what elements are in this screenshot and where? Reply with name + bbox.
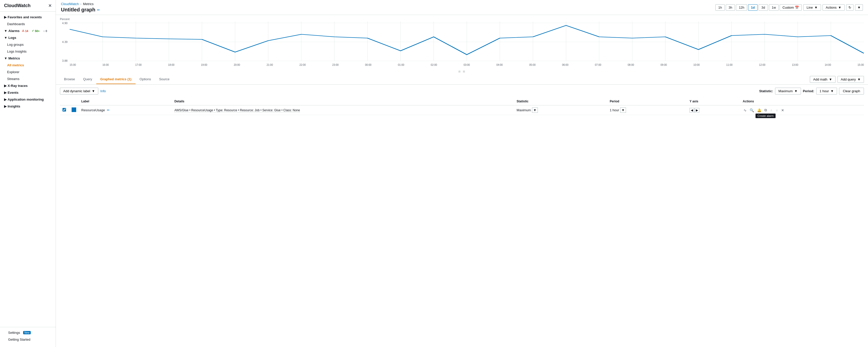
row-checkbox-cell bbox=[60, 106, 69, 115]
x-label-15: 06:00 bbox=[562, 63, 568, 66]
sidebar: CloudWatch ✕ ▶ Favorites and recents Das… bbox=[0, 0, 56, 347]
period-dropdown-icon[interactable]: ▼ bbox=[620, 108, 626, 113]
table-body: ResourceUsage ✏ AWS/Glue • ResourceUsage… bbox=[60, 106, 864, 115]
row-actions-cell: ∿ 🔍 🔔 ⧉ ∧ ∨ ✕ Create alarm bbox=[740, 106, 864, 115]
yaxis-left-arrow[interactable]: ◀ bbox=[689, 108, 694, 113]
time-controls: 1h 3h 12h 1d 3d 1w Custom 📅 bbox=[715, 4, 802, 11]
more-options-button[interactable]: ▼ bbox=[855, 4, 863, 11]
x-label-19: 10:00 bbox=[693, 63, 700, 66]
time-btn-12h[interactable]: 12h bbox=[736, 4, 747, 11]
yaxis-right-arrow[interactable]: ▶ bbox=[694, 108, 700, 113]
actions-button[interactable]: Actions ▼ bbox=[823, 4, 845, 11]
chevron-right-icon: ▶ bbox=[4, 15, 7, 19]
sidebar-item-settings[interactable]: Settings New bbox=[4, 329, 52, 336]
info-link[interactable]: Info bbox=[100, 89, 106, 93]
sidebar-header: CloudWatch ✕ bbox=[0, 0, 56, 12]
statistic-select[interactable]: Maximum ▼ bbox=[775, 88, 801, 94]
alarm-badge-warning: ⚠ 14 bbox=[21, 29, 29, 33]
search-icon[interactable]: 🔍 bbox=[749, 108, 755, 113]
toolbar-right: Statistic: Maximum ▼ Period: 1 hour ▼ Cl… bbox=[759, 88, 864, 94]
resize-handle[interactable]: = = bbox=[56, 69, 868, 75]
tab-options[interactable]: Options bbox=[135, 75, 155, 84]
time-btn-1h[interactable]: 1h bbox=[715, 4, 724, 11]
x-label-13: 04:00 bbox=[496, 63, 503, 66]
time-btn-3h[interactable]: 3h bbox=[726, 4, 735, 11]
row-details-cell: AWS/Glue • ResourceUsage • Type: Resourc… bbox=[172, 106, 514, 115]
period-label: Period: bbox=[803, 89, 814, 93]
col-checkbox bbox=[60, 97, 69, 106]
sidebar-item-getting-started[interactable]: Getting Started bbox=[4, 336, 52, 343]
add-dynamic-label-button[interactable]: Add dynamic label ▼ bbox=[60, 88, 98, 94]
page-title: Untitled graph bbox=[61, 7, 95, 13]
chevron-right-icon: ▶ bbox=[4, 91, 7, 94]
refresh-button[interactable]: ↻ bbox=[846, 4, 854, 11]
sidebar-footer: Settings New Getting Started bbox=[0, 327, 56, 347]
sidebar-item-logs[interactable]: ▼ Logs bbox=[0, 34, 56, 41]
sidebar-item-metrics[interactable]: ▼ Metrics bbox=[0, 55, 56, 62]
table-row: ResourceUsage ✏ AWS/Glue • ResourceUsage… bbox=[60, 106, 864, 115]
col-actions: Actions bbox=[740, 97, 864, 106]
table-header: Label Details Statistic Period Y axis Ac… bbox=[60, 97, 864, 106]
copy-icon[interactable]: ⧉ bbox=[764, 108, 768, 113]
col-color bbox=[69, 97, 79, 106]
toolbar-left: Add dynamic label ▼ Info bbox=[60, 88, 106, 94]
tab-browse[interactable]: Browse bbox=[60, 75, 79, 84]
chevron-right-icon: ▶ bbox=[4, 97, 7, 102]
sidebar-item-events[interactable]: ▶ Events bbox=[0, 89, 56, 96]
breadcrumb-metrics: Metrics bbox=[83, 2, 94, 6]
close-icon[interactable]: ✕ bbox=[48, 3, 52, 8]
sidebar-item-dashboards[interactable]: Dashboards bbox=[0, 21, 56, 27]
x-label-12: 03:00 bbox=[463, 63, 470, 66]
time-btn-1w[interactable]: 1w bbox=[769, 4, 779, 11]
sidebar-item-all-metrics[interactable]: All metrics bbox=[0, 62, 56, 68]
title-row: Untitled graph ✏ bbox=[61, 7, 100, 13]
stat-dropdown-icon[interactable]: ▼ bbox=[532, 108, 538, 113]
sidebar-item-favorites[interactable]: ▶ Favorites and recents bbox=[0, 14, 56, 21]
line-type-select[interactable]: Line ▼ bbox=[803, 4, 821, 11]
alarm-icon[interactable]: 🔔 bbox=[756, 108, 762, 113]
move-down-icon[interactable]: ∨ bbox=[775, 108, 779, 113]
x-label-7: 22:00 bbox=[300, 63, 306, 66]
main-content: CloudWatch › Metrics Untitled graph ✏ 1h… bbox=[56, 0, 868, 347]
y-mid: 4.39 bbox=[60, 40, 67, 44]
time-btn-custom[interactable]: Custom 📅 bbox=[780, 4, 802, 11]
row-color-cell[interactable] bbox=[69, 106, 79, 115]
breadcrumb-cloudwatch[interactable]: CloudWatch bbox=[61, 2, 79, 6]
tab-source[interactable]: Source bbox=[155, 75, 174, 84]
edit-label-icon[interactable]: ✏ bbox=[107, 108, 110, 112]
edit-icon[interactable]: ✏ bbox=[97, 8, 100, 12]
x-label-21: 12:00 bbox=[759, 63, 766, 66]
sidebar-item-explorer[interactable]: Explorer bbox=[0, 68, 56, 76]
add-query-button[interactable]: Add query ▼ bbox=[838, 76, 864, 83]
time-btn-3d[interactable]: 3d bbox=[758, 4, 768, 11]
metric-details[interactable]: AWS/Glue • ResourceUsage • Type: Resourc… bbox=[175, 109, 300, 112]
tab-query[interactable]: Query bbox=[79, 75, 96, 84]
action-icons: ∿ 🔍 🔔 ⧉ ∧ ∨ ✕ Create alarm bbox=[743, 108, 861, 113]
dropdown-icon: ▼ bbox=[92, 89, 95, 93]
delete-icon[interactable]: ✕ bbox=[780, 108, 785, 113]
y-min: 3.88 bbox=[60, 59, 67, 62]
y-axis-label: Percent bbox=[60, 18, 864, 21]
dropdown-icon: ▼ bbox=[794, 89, 798, 93]
clear-graph-button[interactable]: Clear graph bbox=[839, 88, 864, 94]
row-yaxis-cell: ◀ ▶ bbox=[687, 106, 740, 115]
sidebar-item-app-monitoring[interactable]: ▶ Application monitoring bbox=[0, 96, 56, 103]
row-checkbox[interactable] bbox=[62, 108, 66, 112]
sidebar-item-alarms[interactable]: ▼ Alarms ⚠ 14 ✓ 50+ ○ 0 bbox=[0, 27, 56, 34]
sidebar-item-streams[interactable]: Streams bbox=[0, 76, 56, 82]
sidebar-item-xray[interactable]: ▶ X-Ray traces bbox=[0, 82, 56, 89]
sidebar-item-logs-insights[interactable]: Logs Insights bbox=[0, 48, 56, 55]
dropdown-icon: ▼ bbox=[830, 89, 834, 93]
metrics-toolbar: Add dynamic label ▼ Info Statistic: Maxi… bbox=[60, 88, 864, 94]
color-swatch[interactable] bbox=[72, 108, 76, 112]
sidebar-item-insights[interactable]: ▶ Insights bbox=[0, 103, 56, 110]
col-period: Period bbox=[607, 97, 687, 106]
tab-graphed-metrics[interactable]: Graphed metrics (1) bbox=[96, 75, 135, 84]
move-up-icon[interactable]: ∧ bbox=[769, 108, 773, 113]
breadcrumb: CloudWatch › Metrics bbox=[61, 2, 100, 6]
time-btn-1d[interactable]: 1d bbox=[748, 4, 757, 11]
period-select[interactable]: 1 hour ▼ bbox=[816, 88, 837, 94]
sidebar-item-log-groups[interactable]: Log groups bbox=[0, 41, 56, 48]
math-icon[interactable]: ∿ bbox=[743, 108, 747, 113]
add-math-button[interactable]: Add math ▼ bbox=[810, 76, 836, 83]
